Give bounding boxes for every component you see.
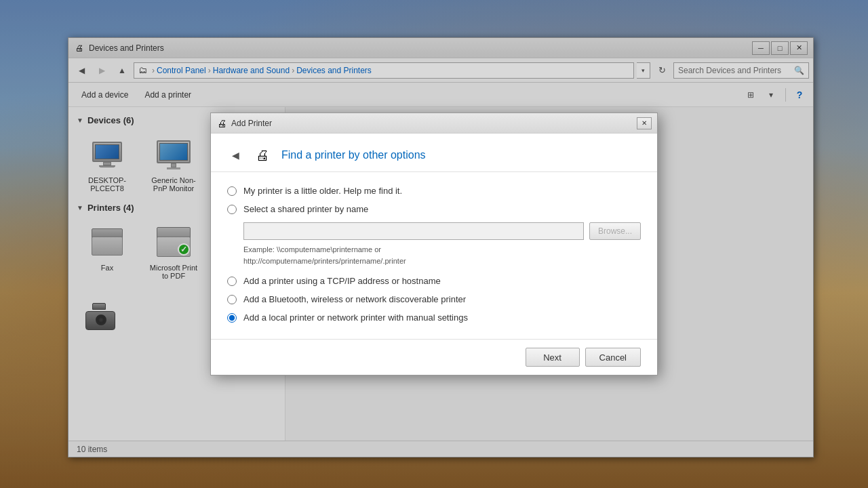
option-bluetooth-printer[interactable]: Add a Bluetooth, wireless or network dis…	[227, 294, 641, 304]
browse-button[interactable]: Browse...	[589, 222, 641, 240]
option-older-label: My printer is a little older. Help me fi…	[243, 186, 402, 196]
example-text: Example: \\computername\printername or h…	[243, 244, 641, 266]
add-printer-dialog: 🖨 Add Printer ✕ ◀ 🖨 Find a printer by ot…	[210, 113, 658, 375]
radio-shared-printer[interactable]	[227, 205, 237, 214]
dialog-title-printer-icon: 🖨	[216, 118, 227, 129]
dialog-body: My printer is a little older. Help me fi…	[211, 178, 657, 339]
radio-local-printer[interactable]	[227, 313, 237, 323]
next-button[interactable]: Next	[526, 348, 580, 367]
option-shared-label: Select a shared printer by name	[243, 204, 368, 214]
dialog-footer: Next Cancel	[211, 339, 657, 375]
option-local-printer[interactable]: Add a local printer or network printer w…	[227, 312, 641, 323]
radio-bluetooth-printer[interactable]	[227, 295, 237, 304]
option-local-label: Add a local printer or network printer w…	[243, 312, 468, 323]
dialog-title-bar: 🖨 Add Printer ✕	[211, 113, 657, 134]
dialog-header-printer-icon: 🖨	[252, 144, 273, 166]
option-bluetooth-label: Add a Bluetooth, wireless or network dis…	[243, 294, 466, 304]
radio-older-printer[interactable]	[227, 186, 237, 196]
dialog-overlay: 🖨 Add Printer ✕ ◀ 🖨 Find a printer by ot…	[0, 0, 868, 488]
dialog-back-button[interactable]: ◀	[227, 147, 243, 163]
option-tcpip-printer[interactable]: Add a printer using a TCP/IP address or …	[227, 276, 641, 286]
example-line1: Example: \\computername\printername or	[243, 244, 641, 256]
shared-printer-input[interactable]	[243, 222, 584, 240]
radio-tcpip-printer[interactable]	[227, 277, 237, 286]
shared-printer-input-row: Browse...	[243, 222, 641, 240]
dialog-title-text: Add Printer	[231, 119, 637, 128]
option-older-printer[interactable]: My printer is a little older. Help me fi…	[227, 186, 641, 196]
dialog-heading: Find a printer by other options	[281, 149, 426, 161]
dialog-close-button[interactable]: ✕	[637, 117, 652, 129]
cancel-button[interactable]: Cancel	[585, 348, 641, 367]
option-shared-printer[interactable]: Select a shared printer by name	[227, 204, 641, 214]
example-line2: http://computername/printers/printername…	[243, 256, 641, 267]
dialog-header: ◀ 🖨 Find a printer by other options	[211, 134, 657, 172]
option-tcpip-label: Add a printer using a TCP/IP address or …	[243, 276, 441, 286]
